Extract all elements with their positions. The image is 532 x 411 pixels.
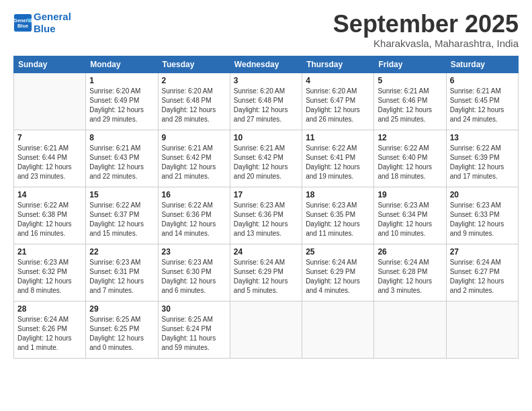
day-info: Sunrise: 6:23 AMSunset: 6:36 PMDaylight:… xyxy=(234,201,298,238)
calendar-cell: 24Sunrise: 6:24 AMSunset: 6:29 PMDayligh… xyxy=(230,244,302,301)
day-info: Sunrise: 6:21 AMSunset: 6:44 PMDaylight:… xyxy=(17,144,82,181)
logo-line2: Blue xyxy=(34,23,56,34)
calendar-cell: 15Sunrise: 6:22 AMSunset: 6:37 PMDayligh… xyxy=(86,187,158,244)
day-number: 27 xyxy=(450,247,515,257)
week-row-3: 14Sunrise: 6:22 AMSunset: 6:38 PMDayligh… xyxy=(14,187,519,244)
calendar-cell: 14Sunrise: 6:22 AMSunset: 6:38 PMDayligh… xyxy=(14,187,86,244)
calendar-cell: 12Sunrise: 6:22 AMSunset: 6:40 PMDayligh… xyxy=(374,130,446,187)
day-number: 24 xyxy=(234,247,298,257)
month-title: September 2025 xyxy=(333,11,519,38)
day-info: Sunrise: 6:21 AMSunset: 6:43 PMDaylight:… xyxy=(89,144,154,181)
header: General Blue General Blue September 2025… xyxy=(13,11,519,49)
day-number: 30 xyxy=(162,304,226,314)
day-info: Sunrise: 6:21 AMSunset: 6:46 PMDaylight:… xyxy=(378,87,442,124)
logo-area: General Blue General Blue xyxy=(13,11,71,35)
day-number: 11 xyxy=(306,133,370,142)
day-number: 20 xyxy=(450,190,515,199)
calendar-cell xyxy=(302,301,374,358)
page: General Blue General Blue September 2025… xyxy=(0,0,532,411)
day-info: Sunrise: 6:21 AMSunset: 6:45 PMDaylight:… xyxy=(450,87,515,124)
calendar-cell xyxy=(374,301,446,358)
day-info: Sunrise: 6:22 AMSunset: 6:39 PMDaylight:… xyxy=(450,144,515,181)
calendar-cell: 3Sunrise: 6:20 AMSunset: 6:48 PMDaylight… xyxy=(230,73,302,130)
logo-icon: General Blue xyxy=(13,13,32,32)
day-info: Sunrise: 6:24 AMSunset: 6:26 PMDaylight:… xyxy=(17,315,82,353)
day-info: Sunrise: 6:25 AMSunset: 6:24 PMDaylight:… xyxy=(162,315,226,353)
calendar-cell: 6Sunrise: 6:21 AMSunset: 6:45 PMDaylight… xyxy=(446,73,518,130)
day-number: 14 xyxy=(17,190,82,199)
col-header-friday: Friday xyxy=(374,56,446,73)
day-number: 2 xyxy=(162,76,226,85)
day-info: Sunrise: 6:20 AMSunset: 6:49 PMDaylight:… xyxy=(89,87,154,124)
day-number: 8 xyxy=(89,133,154,142)
day-number: 23 xyxy=(162,247,226,257)
day-number: 26 xyxy=(378,247,442,257)
day-info: Sunrise: 6:23 AMSunset: 6:35 PMDaylight:… xyxy=(306,201,370,238)
day-number: 6 xyxy=(450,76,515,85)
logo-line1: General xyxy=(34,11,71,22)
calendar-cell xyxy=(446,301,518,358)
day-number: 7 xyxy=(17,133,82,142)
calendar-cell: 30Sunrise: 6:25 AMSunset: 6:24 PMDayligh… xyxy=(158,301,230,358)
day-info: Sunrise: 6:22 AMSunset: 6:38 PMDaylight:… xyxy=(17,201,82,238)
day-info: Sunrise: 6:24 AMSunset: 6:27 PMDaylight:… xyxy=(450,258,515,295)
day-info: Sunrise: 6:24 AMSunset: 6:29 PMDaylight:… xyxy=(234,258,298,295)
day-info: Sunrise: 6:23 AMSunset: 6:30 PMDaylight:… xyxy=(162,258,226,295)
calendar-cell: 5Sunrise: 6:21 AMSunset: 6:46 PMDaylight… xyxy=(374,73,446,130)
col-header-monday: Monday xyxy=(86,56,158,73)
day-info: Sunrise: 6:20 AMSunset: 6:47 PMDaylight:… xyxy=(306,87,370,124)
calendar-cell: 26Sunrise: 6:24 AMSunset: 6:28 PMDayligh… xyxy=(374,244,446,301)
week-row-1: 1Sunrise: 6:20 AMSunset: 6:49 PMDaylight… xyxy=(14,73,519,130)
calendar-cell: 8Sunrise: 6:21 AMSunset: 6:43 PMDaylight… xyxy=(86,130,158,187)
day-info: Sunrise: 6:23 AMSunset: 6:33 PMDaylight:… xyxy=(450,201,515,238)
day-number: 21 xyxy=(17,247,82,257)
day-info: Sunrise: 6:22 AMSunset: 6:41 PMDaylight:… xyxy=(306,144,370,181)
day-info: Sunrise: 6:23 AMSunset: 6:31 PMDaylight:… xyxy=(89,258,154,295)
calendar-header-row: SundayMondayTuesdayWednesdayThursdayFrid… xyxy=(14,56,519,73)
day-info: Sunrise: 6:24 AMSunset: 6:28 PMDaylight:… xyxy=(378,258,442,295)
calendar-cell xyxy=(230,301,302,358)
day-number: 22 xyxy=(89,247,154,257)
col-header-saturday: Saturday xyxy=(446,56,518,73)
week-row-2: 7Sunrise: 6:21 AMSunset: 6:44 PMDaylight… xyxy=(14,130,519,187)
day-number: 4 xyxy=(306,76,370,85)
calendar-cell: 19Sunrise: 6:23 AMSunset: 6:34 PMDayligh… xyxy=(374,187,446,244)
calendar-cell: 29Sunrise: 6:25 AMSunset: 6:25 PMDayligh… xyxy=(86,301,158,358)
day-number: 10 xyxy=(234,133,298,142)
col-header-tuesday: Tuesday xyxy=(158,56,230,73)
calendar-cell: 23Sunrise: 6:23 AMSunset: 6:30 PMDayligh… xyxy=(158,244,230,301)
calendar-cell: 13Sunrise: 6:22 AMSunset: 6:39 PMDayligh… xyxy=(446,130,518,187)
day-info: Sunrise: 6:21 AMSunset: 6:42 PMDaylight:… xyxy=(162,144,226,181)
day-number: 3 xyxy=(234,76,298,85)
day-number: 28 xyxy=(17,304,82,314)
calendar-cell: 21Sunrise: 6:23 AMSunset: 6:32 PMDayligh… xyxy=(14,244,86,301)
calendar-cell: 16Sunrise: 6:22 AMSunset: 6:36 PMDayligh… xyxy=(158,187,230,244)
day-info: Sunrise: 6:22 AMSunset: 6:37 PMDaylight:… xyxy=(89,201,154,238)
calendar-cell: 1Sunrise: 6:20 AMSunset: 6:49 PMDaylight… xyxy=(86,73,158,130)
col-header-sunday: Sunday xyxy=(14,56,86,73)
calendar-cell: 11Sunrise: 6:22 AMSunset: 6:41 PMDayligh… xyxy=(302,130,374,187)
day-number: 15 xyxy=(89,190,154,199)
day-number: 16 xyxy=(162,190,226,199)
week-row-4: 21Sunrise: 6:23 AMSunset: 6:32 PMDayligh… xyxy=(14,244,519,301)
day-number: 25 xyxy=(306,247,370,257)
day-number: 18 xyxy=(306,190,370,199)
calendar-cell: 10Sunrise: 6:21 AMSunset: 6:42 PMDayligh… xyxy=(230,130,302,187)
calendar-cell: 28Sunrise: 6:24 AMSunset: 6:26 PMDayligh… xyxy=(14,301,86,358)
day-number: 5 xyxy=(378,76,442,85)
day-info: Sunrise: 6:23 AMSunset: 6:34 PMDaylight:… xyxy=(378,201,442,238)
day-number: 17 xyxy=(234,190,298,199)
week-row-5: 28Sunrise: 6:24 AMSunset: 6:26 PMDayligh… xyxy=(14,301,519,358)
calendar-cell: 18Sunrise: 6:23 AMSunset: 6:35 PMDayligh… xyxy=(302,187,374,244)
day-number: 1 xyxy=(89,76,154,85)
day-number: 19 xyxy=(378,190,442,199)
col-header-thursday: Thursday xyxy=(302,56,374,73)
day-number: 9 xyxy=(162,133,226,142)
calendar-table: SundayMondayTuesdayWednesdayThursdayFrid… xyxy=(13,56,519,359)
day-number: 13 xyxy=(450,133,515,142)
day-info: Sunrise: 6:21 AMSunset: 6:42 PMDaylight:… xyxy=(234,144,298,181)
svg-text:Blue: Blue xyxy=(17,23,28,29)
col-header-wednesday: Wednesday xyxy=(230,56,302,73)
calendar-cell: 25Sunrise: 6:24 AMSunset: 6:29 PMDayligh… xyxy=(302,244,374,301)
location-title: Kharakvasla, Maharashtra, India xyxy=(333,38,519,49)
